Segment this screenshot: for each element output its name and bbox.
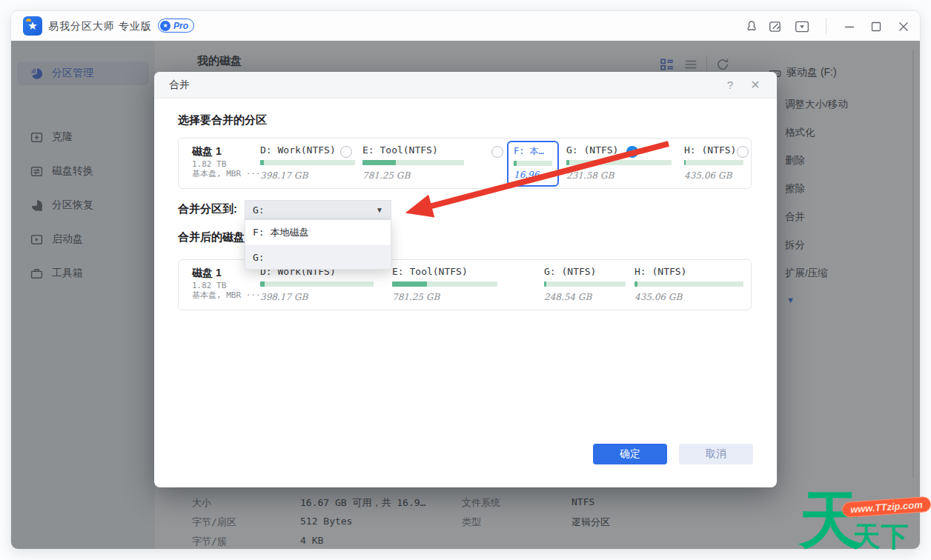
pro-badge: ★ Pro [158, 19, 194, 33]
partition-size: 398.17 GB [260, 170, 355, 181]
partition-h[interactable]: H: (NTFS) 435.06 GB [684, 144, 743, 181]
help-icon[interactable]: ? [722, 77, 738, 93]
dropdown-option-f[interactable]: F: 本地磁盘 [245, 220, 391, 245]
partition-label: H: (NTFS) [635, 266, 743, 278]
partition-e[interactable]: E: Tool(NTFS) 781.25 GB [362, 144, 464, 181]
usage-bar [392, 281, 497, 287]
cancel-button[interactable]: 取消 [679, 444, 753, 464]
disk-name: 磁盘 1 [192, 145, 222, 159]
titlebar-separator [826, 18, 826, 34]
support-qq-icon[interactable] [744, 19, 759, 34]
partition-size: 781.25 GB [362, 170, 464, 181]
partition-label: G: (NTFS) [566, 144, 672, 156]
usage-bar [260, 160, 355, 165]
partition-size: 16.96… [514, 170, 552, 180]
partition-size: 781.25 GB [392, 292, 497, 302]
disk-type[interactable]: 基本盘, MBR ··· [192, 168, 261, 179]
partition-e-after[interactable]: E: Tool(NTFS) 781.25 GB [392, 266, 497, 302]
partition-label: F: 本… [514, 145, 552, 157]
partition-label: E: Tool(NTFS) [362, 144, 464, 156]
app-logo-icon: ★ [23, 16, 42, 36]
usage-bar [362, 160, 464, 165]
merge-target-select[interactable]: G: ▼ [245, 200, 391, 219]
checkbox-partition-h[interactable] [737, 146, 749, 158]
usage-bar [544, 281, 626, 287]
disk-type[interactable]: 基本盘, MBR ··· [192, 290, 261, 301]
merge-dialog: 合并 ? ✕ 选择要合并的分区 磁盘 1 1.82 TB 基本盘, MBR ··… [154, 72, 777, 487]
partition-g[interactable]: G: (NTFS) 231.58 GB [566, 144, 672, 181]
merge-to-label: 合并分区到: [178, 202, 237, 216]
ok-button[interactable]: 确定 [593, 444, 667, 464]
disk-name: 磁盘 1 [192, 267, 222, 280]
disk-before-box: 磁盘 1 1.82 TB 基本盘, MBR ··· D: Work(NTFS) … [178, 138, 752, 189]
minimize-button[interactable] [842, 19, 857, 34]
section-select-partitions: 选择要合并的分区 [178, 113, 267, 127]
usage-bar [566, 160, 672, 165]
partition-size: 435.06 GB [635, 292, 743, 302]
partition-size: 231.58 GB [566, 170, 672, 181]
usage-bar [684, 160, 743, 165]
select-value: G: [253, 204, 265, 216]
pro-label: Pro [173, 21, 188, 31]
titlebar: ★ 易我分区大师 专业版 ★ Pro [11, 11, 920, 41]
dropdown-option-g[interactable]: G: [245, 245, 391, 269]
partition-label: G: (NTFS) [544, 266, 626, 278]
screenshot-stage: ★ 易我分区大师 专业版 ★ Pro [0, 0, 931, 560]
window-mode-icon[interactable] [795, 19, 809, 34]
partition-size: 248.54 GB [544, 292, 626, 302]
section-result-disk: 合并后的磁盘 [178, 230, 245, 244]
watermark-text: 天下载 [852, 519, 931, 560]
watermark-logo: 天 天下载 www.TTzip.com [798, 493, 931, 560]
partition-label: E: Tool(NTFS) [392, 266, 497, 278]
partition-d-after[interactable]: D: Work(NTFS) 398.17 GB [260, 266, 374, 302]
dialog-close-icon[interactable]: ✕ [747, 77, 763, 93]
partition-label: H: (NTFS) [684, 144, 743, 156]
usage-bar [635, 281, 743, 287]
maximize-button[interactable] [869, 19, 884, 34]
checkbox-partition-g-checked[interactable]: ✓ [626, 146, 638, 158]
merge-target-dropdown-list: F: 本地磁盘 G: [245, 219, 391, 270]
checkbox-partition-d[interactable] [340, 146, 352, 158]
app-title: 易我分区大师 专业版 [48, 20, 152, 33]
checkbox-partition-e[interactable] [491, 146, 503, 158]
partition-size: 398.17 GB [260, 292, 374, 302]
dialog-title: 合并 [169, 79, 190, 92]
partition-h-after[interactable]: H: (NTFS) 435.06 GB [635, 266, 743, 302]
pro-star-icon: ★ [160, 21, 170, 31]
partition-f-selected[interactable]: F: 本… 16.96… [507, 141, 559, 187]
partition-size: 435.06 GB [684, 170, 743, 181]
chevron-down-icon: ▼ [376, 206, 383, 214]
feedback-icon[interactable] [768, 19, 783, 34]
usage-bar [514, 161, 552, 166]
dialog-header: 合并 ? ✕ [154, 72, 777, 99]
partition-g-after[interactable]: G: (NTFS) 248.54 GB [544, 266, 626, 302]
usage-bar [260, 281, 374, 287]
close-button[interactable] [896, 19, 911, 34]
